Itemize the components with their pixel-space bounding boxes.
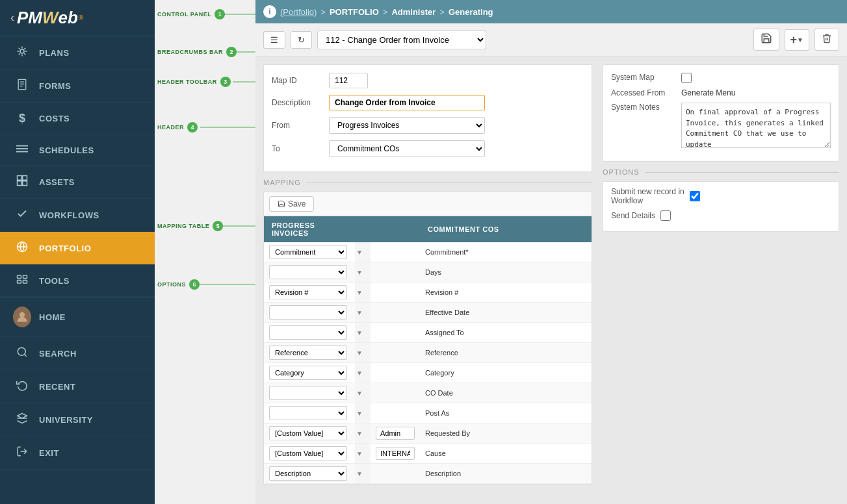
university-icon xyxy=(13,412,31,427)
sidebar-item-university[interactable]: UNIVERSITY xyxy=(0,403,155,436)
delete-button[interactable] xyxy=(814,29,839,51)
progress-select-7[interactable] xyxy=(269,386,347,400)
sidebar-item-home[interactable]: HOME xyxy=(0,297,155,337)
workflow-checkbox[interactable] xyxy=(690,191,700,201)
commitment-text-3: Effective Date xyxy=(425,309,469,316)
sidebar-item-schedules[interactable]: SCHEDULES xyxy=(0,135,155,166)
list-icon: ☰ xyxy=(270,35,278,45)
mapping-row: Category▼Category xyxy=(264,363,592,383)
mapping-dropdown-arrow-0: ▼ xyxy=(355,242,371,262)
accessed-from-label: Accessed From xyxy=(611,88,676,97)
progress-select-10[interactable]: [Custom Value] xyxy=(269,446,347,460)
sidebar-item-plans[interactable]: PLANS xyxy=(0,36,155,69)
plans-icon xyxy=(13,45,31,60)
commitment-text-4: Assigned To xyxy=(425,329,464,336)
progress-select-3[interactable] xyxy=(269,305,347,320)
progress-select-0[interactable]: Commitment xyxy=(269,245,347,259)
form-area: Map ID Description From xyxy=(255,57,847,504)
mapping-commitment-cell-0: Commitment* xyxy=(420,242,592,262)
send-details-checkbox[interactable] xyxy=(660,210,671,221)
sidebar-item-costs[interactable]: $ COSTS xyxy=(0,103,155,135)
commitment-text-5: Reference xyxy=(425,349,458,357)
description-group: Description xyxy=(272,95,485,110)
svg-line-20 xyxy=(24,354,26,356)
mapping-progress-cell-8 xyxy=(264,403,355,423)
mapping-row: ▼CO Date xyxy=(264,383,592,403)
sidebar-item-tools[interactable]: TOOLS xyxy=(0,265,155,297)
mapping-commitment-cell-5: Reference xyxy=(420,343,592,363)
form-two-col: Map ID Description From xyxy=(263,64,839,492)
record-dropdown[interactable]: 112 - Change Order from Invoice xyxy=(317,31,486,49)
sidebar-item-recent[interactable]: RECENT xyxy=(0,370,155,403)
sidebar-item-search[interactable]: SEARCH xyxy=(0,337,155,370)
svg-rect-17 xyxy=(23,281,27,284)
sidebar-item-assets[interactable]: ASSETS xyxy=(0,166,155,199)
mapping-row: Reference▼Reference xyxy=(264,343,592,363)
description-input[interactable] xyxy=(329,95,485,110)
system-notes-textarea[interactable]: On final approval of a Progress Invoice,… xyxy=(681,103,831,148)
mapping-commitment-cell-8: Post As xyxy=(420,403,592,423)
header-toolbar: ☰ ↻ 112 - Change Order from Invoice + ▼ xyxy=(255,23,847,57)
sidebar-item-workflows[interactable]: WORKFLOWS xyxy=(0,199,155,232)
mapping-dropdown-arrow-11: ▼ xyxy=(355,464,371,484)
system-map-checkbox[interactable] xyxy=(681,73,692,83)
costs-icon: $ xyxy=(13,112,31,125)
progress-select-4[interactable] xyxy=(269,325,347,340)
map-id-group: Map ID xyxy=(272,73,368,88)
costs-label: COSTS xyxy=(39,114,70,123)
system-notes-label: System Notes xyxy=(611,103,676,112)
main-content: i (Portfolio) > PORTFOLIO > Administer >… xyxy=(255,0,847,504)
mapping-middle-cell-4 xyxy=(371,323,420,343)
mapping-dropdown-arrow-6: ▼ xyxy=(355,363,371,383)
map-id-input[interactable] xyxy=(329,73,368,88)
history-button[interactable]: ↻ xyxy=(291,31,312,49)
sidebar-item-exit[interactable]: EXIT xyxy=(0,436,155,470)
portfolio-icon xyxy=(13,241,31,255)
mapping-middle-cell-2 xyxy=(371,283,420,303)
progress-select-11[interactable]: Description xyxy=(269,466,347,481)
svg-rect-10 xyxy=(18,181,22,186)
mapping-dropdown-arrow-1: ▼ xyxy=(355,262,371,283)
svg-rect-9 xyxy=(23,176,27,181)
history-icon: ↻ xyxy=(298,35,305,45)
from-select[interactable]: Progress Invoices xyxy=(329,117,485,134)
sidebar-item-forms[interactable]: FORMS xyxy=(0,69,155,103)
callout-header-toolbar: HEADER TOOLBAR 3 xyxy=(157,77,231,87)
save-button[interactable] xyxy=(753,29,779,51)
progress-select-5[interactable]: Reference xyxy=(269,346,347,360)
mapping-save-button[interactable]: Save xyxy=(269,196,314,212)
breadcrumb-portfolio[interactable]: (Portfolio) xyxy=(280,7,317,17)
mapping-commitment-cell-3: Effective Date xyxy=(420,303,592,323)
mapping-row: [Custom Value]▼Cause xyxy=(264,444,592,464)
send-details-label: Send Details xyxy=(611,211,655,220)
mapping-row: ▼Post As xyxy=(264,403,592,423)
system-notes-row: System Notes On final approval of a Prog… xyxy=(611,103,831,148)
from-select-wrapper: Progress Invoices xyxy=(329,117,485,134)
list-view-button[interactable]: ☰ xyxy=(263,31,285,49)
map-id-row: Map ID xyxy=(272,73,584,88)
add-button[interactable]: + ▼ xyxy=(785,29,809,51)
commitment-text-7: CO Date xyxy=(425,389,453,397)
progress-select-6[interactable]: Category xyxy=(269,366,347,380)
to-select[interactable]: Commitment COs xyxy=(329,140,485,157)
mapping-middle-cell-11 xyxy=(371,464,420,484)
commitment-text-8: Post As xyxy=(425,409,449,417)
from-group: From Progress Invoices xyxy=(272,117,485,134)
middle-input-9[interactable] xyxy=(376,427,415,440)
workflows-icon xyxy=(13,208,31,222)
mapping-dropdown-arrow-9: ▼ xyxy=(355,423,371,444)
progress-select-1[interactable] xyxy=(269,265,347,279)
info-icon[interactable]: i xyxy=(263,5,276,18)
sidebar-item-portfolio[interactable]: PORTFOLIO xyxy=(0,232,155,265)
progress-select-8[interactable] xyxy=(269,406,347,420)
mapping-progress-cell-7 xyxy=(264,383,355,403)
breadcrumb-bar: i (Portfolio) > PORTFOLIO > Administer >… xyxy=(255,0,847,23)
progress-select-2[interactable]: Revision # xyxy=(269,285,347,299)
callout-options: OPTIONS 6 xyxy=(157,279,200,290)
middle-input-10[interactable] xyxy=(376,447,415,460)
callout-breadcrumbs: BREADCRUMBS BAR 2 xyxy=(157,47,237,57)
mapping-commitment-cell-4: Assigned To xyxy=(420,323,592,343)
logo: ‹ PM W eb ® xyxy=(0,0,155,36)
mapping-commitment-cell-10: Cause xyxy=(420,444,592,464)
progress-select-9[interactable]: [Custom Value] xyxy=(269,426,347,440)
